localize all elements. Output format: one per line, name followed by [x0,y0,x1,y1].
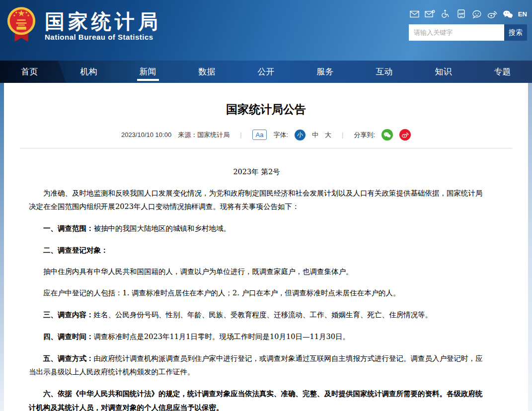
mail-subscribe-icon[interactable] [424,8,435,19]
nav-item-label: 公开 [258,66,275,77]
article-paragraph: 一、调查范围：被抽中的我国大陆地区的城镇和乡村地域。 [29,221,484,235]
article-paragraph: 应在户中登记的人包括：1. 调查标准时点居住在本户的人；2. 户口在本户，但调查… [29,286,484,300]
article-paragraph: 五、调查方式：由政府统计调查机构派调查员到住户家中进行登记，或调查对象通过互联网… [29,351,484,379]
site-title-cn: 国家统计局 [45,10,161,33]
nav-item-interaction[interactable]: 互动 [355,61,414,83]
nav-item-organization[interactable]: 机构 [59,61,118,83]
chatbot-icon[interactable] [471,8,482,19]
weibo-icon[interactable] [487,8,498,19]
content-area: 国家统计局公告 2023/10/10 10:00 来源：国家统计局 | Aa 字… [0,83,532,411]
left-edge-strip [0,83,4,411]
paragraph-lead: 六、依据《中华人民共和国统计法》的规定，统计调查对象应当依法真实、准确、完整、及… [29,389,483,411]
font-size-label: 字体: [273,131,288,139]
article-source: 来源：国家统计局 [178,131,229,139]
nav-item-home[interactable]: 首页 [0,61,59,83]
article-paragraph: 六、依据《中华人民共和国统计法》的规定，统计调查对象应当依法真实、准确、完整、及… [29,387,484,411]
article-datetime: 2023/10/10 10:00 [121,131,171,138]
national-emblem-icon [6,6,37,45]
font-tool-button[interactable]: Aa [252,130,267,140]
paragraph-text: 为准确、及时地监测和反映我国人口发展变化情况，为党和政府制定国民经济和社会发展计… [29,189,483,210]
wechat-icon[interactable] [502,8,513,19]
nav-item-label: 新闻 [140,66,156,77]
share-weibo-icon[interactable] [399,129,411,140]
nav-item-label: 知识 [435,66,452,77]
paragraph-lead: 二、调查登记对象： [43,246,108,254]
paragraph-text: 调查标准时点是2023年11月1日零时。现场工作时间是10月10日—11月30日… [94,333,350,341]
paragraph-lead: 五、调查方式： [43,354,94,362]
accessibility-icon[interactable] [440,8,451,19]
meta-separator: | [338,131,347,138]
nav-item-services[interactable]: 服务 [296,61,355,83]
font-size-large[interactable]: 大 [325,131,331,139]
article-paragraph: 为准确、及时地监测和反映我国人口发展变化情况，为党和政府制定国民经济和社会发展计… [29,187,484,213]
paragraph-lead: 四、调查时间： [43,332,94,341]
article-body: 2023年 第2号 为准确、及时地监测和反映我国人口发展变化情况，为党和政府制定… [29,165,484,411]
quick-links: APP [409,8,527,19]
site-logo[interactable]: 国家统计局 National Bureau of Statistics [6,6,161,45]
app-icon[interactable]: APP [456,8,466,19]
nav-item-label: 互动 [376,66,393,77]
nav-item-label: 数据 [199,66,216,77]
page: 国家统计局 National Bureau of Statistics [0,0,532,411]
search-bar: 搜索 [409,24,527,41]
paragraph-text: 应在户中登记的人包括：1. 调查标准时点居住在本户的人；2. 户口在本户，但调查… [43,289,400,297]
header-tools: APP [409,8,527,41]
nav-item-news[interactable]: 新闻 [118,61,177,83]
paragraph-lead: 一、调查范围： [43,224,94,232]
right-edge-strip [528,83,532,411]
font-size-small[interactable]: 小 [295,130,305,140]
nav-item-knowledge[interactable]: 知识 [414,61,473,83]
article-meta: 2023/10/10 10:00 来源：国家统计局 | Aa 字体: 小 中 大… [4,129,528,140]
main-nav: 首页机构新闻数据公开服务互动知识专题 [0,61,532,83]
paragraph-text: 被抽中的我国大陆地区的城镇和乡村地域。 [94,224,231,232]
article-paragraph: 四、调查时间：调查标准时点是2023年11月1日零时。现场工作时间是10月10日… [29,330,484,343]
nav-item-label: 服务 [317,66,334,77]
nav-item-label: 专题 [494,66,511,77]
font-size-medium[interactable]: 中 [312,131,318,139]
app-icon-label: APP [458,12,464,15]
nav-item-label: 首页 [21,66,38,77]
nav-item-topics[interactable]: 专题 [473,61,532,83]
paragraph-list: 为准确、及时地监测和反映我国人口发展变化情况，为党和政府制定国民经济和社会发展计… [29,187,484,411]
nav-item-data[interactable]: 数据 [177,61,236,83]
site-header: 国家统计局 National Bureau of Statistics [0,0,532,61]
meta-divider [20,148,512,148]
paragraph-text: 由政府统计调查机构派调查员到住户家中进行登记，或调查对象通过互联网自主填报方式进… [29,354,483,376]
language-toggle[interactable]: EN [518,10,527,18]
search-button[interactable]: 搜索 [504,24,527,41]
site-title: 国家统计局 National Bureau of Statistics [45,10,161,41]
share-label: 分享到: [354,131,375,139]
share-wechat-icon[interactable] [381,129,393,140]
article-paragraph: 抽中住房内具有中华人民共和国国籍的人，调查以户为单位进行，既调查家庭户，也调查集… [29,265,484,278]
paragraph-text: 姓名、公民身份号码、性别、年龄、民族、受教育程度、迁移流动、工作、婚姻生育、死亡… [94,311,433,319]
article: 国家统计局公告 2023/10/10 10:00 来源：国家统计局 | Aa 字… [4,83,528,411]
article-paragraph: 三、调查内容：姓名、公民身份号码、性别、年龄、民族、受教育程度、迁移流动、工作、… [29,308,484,322]
meta-separator: | [236,131,245,138]
paragraph-text: 抽中住房内具有中华人民共和国国籍的人，调查以户为单位进行，既调查家庭户，也调查集… [43,268,353,275]
search-input[interactable] [409,24,504,41]
mail-icon[interactable] [409,8,420,19]
paragraph-lead: 三、调查内容： [43,310,94,319]
nav-item-disclosure[interactable]: 公开 [236,61,296,83]
nav-item-label: 机构 [80,66,97,77]
page-title: 国家统计局公告 [4,102,528,117]
article-paragraph: 二、调查登记对象： [29,243,484,257]
site-title-en: National Bureau of Statistics [45,33,161,41]
doc-number: 2023年 第2号 [29,165,484,179]
